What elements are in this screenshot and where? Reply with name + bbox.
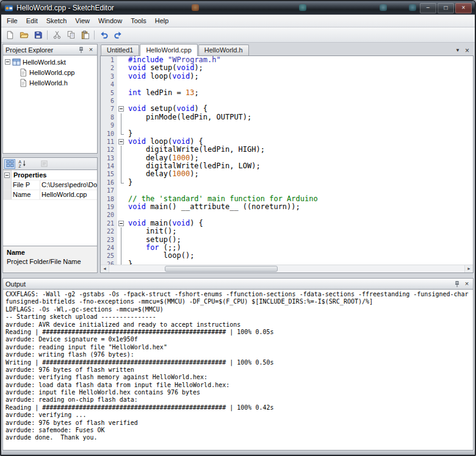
code-line[interactable]: 11void loop(void) { [101,138,473,146]
pin-icon[interactable] [78,46,85,54]
project-explorer-header: Project Explorer × [2,44,98,55]
code-line[interactable]: 26} [101,260,473,265]
property-grid[interactable]: Properties File PC:\Users\pedro\DocumeNa… [2,170,98,246]
code-line[interactable]: 6 [101,97,473,105]
alphabetical-sort-icon[interactable]: AZ [16,159,27,169]
tree-item-helloworld-cpp[interactable]: HelloWorld.cpp [3,67,97,77]
fold-toggle-icon[interactable] [117,138,125,146]
code-line[interactable]: 8 pinMode(ledPin, OUTPUT); [101,113,473,121]
code-line[interactable]: 14 digitalWrite(ledPin, LOW); [101,162,473,170]
code-line[interactable]: 19void main() __attribute__ ((noreturn))… [101,203,473,211]
line-number: 14 [101,162,117,170]
output-line: avrdude: verifying flash memory against … [5,374,471,381]
menu-view[interactable]: View [71,16,94,26]
code-line[interactable]: 2void setup(void); [101,64,473,72]
tree-item-label: HelloWorld.h [29,79,68,87]
code-line[interactable]: 5int ledPin = 13; [101,89,473,97]
code-line[interactable]: 4 [101,80,473,88]
code-text: void setup(void); [125,64,203,72]
menu-tools[interactable]: Tools [126,16,151,26]
fold-margin [117,227,125,235]
open-file-button[interactable] [17,29,31,41]
tab-list-dropdown-icon[interactable]: ▼ [455,48,460,53]
code-line[interactable]: 9 [101,121,473,129]
code-line[interactable]: 15 delay(1000); [101,170,473,178]
code-text [125,97,128,105]
pin-icon[interactable] [453,280,461,288]
menu-file[interactable]: File [2,16,22,26]
fold-toggle-icon[interactable] [117,105,125,113]
file-icon [19,68,27,77]
property-help-box: Name Project Folder/File Name [2,246,98,273]
menu-edit[interactable]: Edit [22,16,42,26]
scrollbar-thumb[interactable] [165,266,278,272]
tab-helloworld-h[interactable]: HelloWorld.h [198,45,249,55]
redo-button[interactable] [111,29,124,41]
code-text: void loop(void); [125,73,199,80]
line-number: 9 [101,121,117,129]
scroll-right-icon[interactable]: ► [464,265,473,273]
output-line: avrdude: 976 bytes of flash written [5,366,471,374]
fold-toggle-icon[interactable] [117,219,125,227]
scroll-left-icon[interactable]: ◄ [101,265,109,273]
categorized-icon[interactable] [4,159,15,169]
output-line: -- Starting sketch upload --------------… [5,313,471,321]
code-line[interactable]: 25 loop(); [101,252,473,260]
line-number: 17 [101,187,117,194]
close-document-icon[interactable]: × [465,47,469,54]
close-panel-icon[interactable]: × [87,46,95,53]
menu-sketch[interactable]: Sketch [42,16,71,26]
tab-strip-controls: ▼ × [451,45,474,55]
save-file-button[interactable] [31,29,45,41]
collapse-icon[interactable] [4,173,10,178]
cut-button[interactable] [50,29,63,41]
close-button[interactable]: × [455,3,472,13]
tab-helloworld-cpp[interactable]: HelloWorld.cpp [140,44,197,56]
property-row[interactable]: File PC:\Users\pedro\Docume [3,180,97,190]
code-editor[interactable]: 1#include "WProgram.h"2void setup(void);… [101,56,473,265]
property-category-row[interactable]: Properties [3,170,97,180]
line-number: 1 [101,56,117,64]
code-text: delay(1000); [125,170,199,178]
output-console[interactable]: CXXFLAGS: -Wall -g2 -gstabs -Os -fpack-s… [2,290,474,451]
title-bar[interactable]: HelloWorld.cpp - SketchEditor − □ × [1,1,475,15]
expand-collapse-icon[interactable] [5,59,10,65]
maximize-button[interactable]: □ [438,3,454,13]
menu-help[interactable]: Help [151,16,173,26]
property-row[interactable]: NameHelloWorld.cpp [3,190,97,200]
property-value[interactable]: HelloWorld.cpp [40,190,97,199]
project-tree[interactable]: HelloWorld.sktHelloWorld.cppHelloWorld.h [2,55,98,154]
code-line[interactable]: 20 [101,211,473,219]
new-file-button[interactable] [3,29,16,41]
property-pages-icon [38,159,49,169]
tab-untitled1[interactable]: Untitled1 [101,45,139,55]
close-panel-icon[interactable]: × [463,280,471,287]
code-line[interactable]: 13 delay(1000); [101,154,473,162]
menu-window[interactable]: Window [94,16,126,26]
paste-button[interactable] [78,29,92,41]
copy-button[interactable] [64,29,78,41]
property-value[interactable]: C:\Users\pedro\Docume [40,180,97,190]
code-line[interactable]: 3void loop(void); [101,73,473,80]
window-resize-edge[interactable] [1,451,475,455]
code-line[interactable]: 21void main(void) { [101,219,473,227]
code-line[interactable]: 22 init(); [101,227,473,235]
fold-margin [117,252,125,260]
code-line[interactable]: 16} [101,179,473,187]
horizontal-scrollbar[interactable]: ◄ ► [101,265,473,273]
code-line[interactable]: 24 for (;;) [101,244,473,252]
tree-item-helloworld-h[interactable]: HelloWorld.h [3,77,97,88]
output-header: Output × [2,278,474,290]
code-line[interactable]: 23 setup(); [101,236,473,244]
code-line[interactable]: 18// the 'standard' main function for Ar… [101,195,473,203]
fold-margin [117,195,125,203]
code-line[interactable]: 17 [101,187,473,194]
undo-button[interactable] [97,29,110,41]
code-line[interactable]: 7void setup(void) { [101,105,473,113]
minimize-button[interactable]: − [420,3,436,13]
property-category-label: Properties [12,171,46,179]
tree-item-helloworld-skt[interactable]: HelloWorld.skt [3,57,97,67]
code-line[interactable]: 1#include "WProgram.h" [101,56,473,64]
code-line[interactable]: 10} [101,130,473,138]
code-line[interactable]: 12 digitalWrite(ledPin, HIGH); [101,146,473,154]
